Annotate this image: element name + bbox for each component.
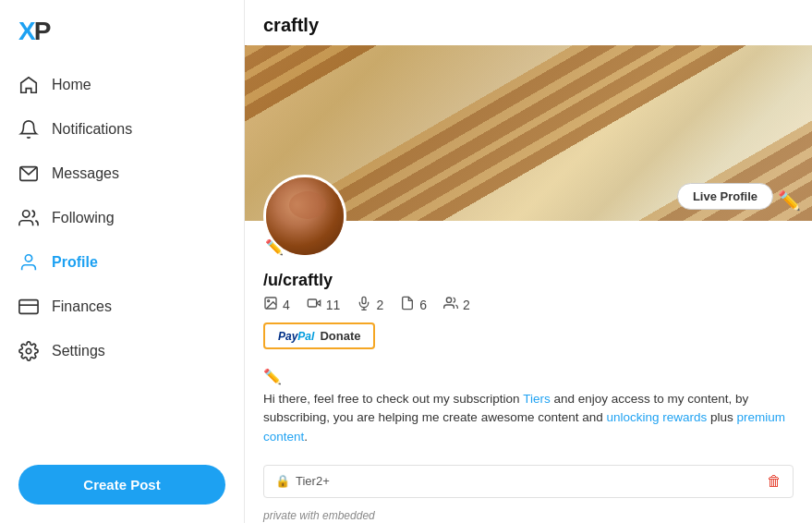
stat-videos: 11 bbox=[307, 296, 341, 313]
avatar-section: ✏️ bbox=[245, 175, 812, 258]
tier-name: Tier2+ bbox=[296, 474, 330, 488]
username-line: /u/craftly bbox=[263, 271, 794, 290]
sidebar-item-label-notifications: Notifications bbox=[52, 121, 132, 138]
sidebar-item-label-home: Home bbox=[52, 77, 91, 93]
stat-audio-value: 2 bbox=[376, 298, 383, 312]
paypal-logo: PayPal bbox=[278, 330, 314, 343]
people-icon bbox=[18, 208, 39, 228]
avatar-wrapper: ✏️ bbox=[263, 175, 346, 258]
sidebar: XP Home Notifications bbox=[0, 0, 245, 523]
tier-sub-label: private with embedded bbox=[263, 509, 375, 522]
profile-info: /u/craftly 4 11 bbox=[245, 258, 812, 368]
mail-icon bbox=[18, 164, 39, 184]
svg-point-7 bbox=[268, 300, 270, 302]
users-icon bbox=[443, 296, 458, 313]
sidebar-item-label-messages: Messages bbox=[52, 165, 119, 182]
svg-rect-10 bbox=[362, 297, 366, 303]
stat-files: 6 bbox=[400, 296, 427, 313]
sidebar-item-label-profile: Profile bbox=[52, 254, 98, 271]
stat-images: 4 bbox=[263, 296, 290, 313]
paypal-text2: Pal bbox=[297, 330, 314, 343]
tier-sub-text: private with embedded bbox=[245, 507, 812, 522]
mic-icon bbox=[357, 296, 371, 313]
avatar-edit-button[interactable]: ✏️ bbox=[265, 238, 284, 256]
sidebar-nav: Home Notifications Messages bbox=[0, 55, 244, 454]
stat-videos-value: 11 bbox=[326, 298, 341, 312]
svg-point-13 bbox=[446, 298, 451, 302]
sidebar-item-finances[interactable]: Finances bbox=[0, 285, 244, 329]
sidebar-item-label-following: Following bbox=[52, 210, 115, 226]
sidebar-item-notifications[interactable]: Notifications bbox=[0, 107, 244, 152]
sidebar-item-settings[interactable]: Settings bbox=[0, 329, 244, 373]
sidebar-item-messages[interactable]: Messages bbox=[0, 152, 244, 196]
paypal-text1: Pay bbox=[278, 330, 297, 343]
stat-users: 2 bbox=[443, 296, 470, 313]
app-logo: XP bbox=[18, 17, 49, 46]
svg-rect-3 bbox=[19, 300, 38, 314]
bio-text: Hi there, feel free to check out my subs… bbox=[263, 390, 794, 446]
username: craftly bbox=[283, 271, 333, 289]
svg-point-5 bbox=[26, 348, 31, 354]
image-icon bbox=[263, 296, 278, 313]
bio-text-final: . bbox=[304, 430, 308, 444]
create-post-button[interactable]: Create Post bbox=[18, 465, 225, 505]
bio-link-unlocking[interactable]: unlocking rewards bbox=[606, 410, 707, 424]
sidebar-item-following[interactable]: Following bbox=[0, 196, 244, 240]
tier-label: 🔒 Tier2+ bbox=[275, 474, 330, 488]
video-icon bbox=[307, 296, 321, 313]
bio-text-before: Hi there, feel free to check out my subs… bbox=[263, 392, 523, 406]
stat-users-value: 2 bbox=[463, 298, 470, 312]
bio-edit-icon[interactable]: ✏️ bbox=[263, 368, 794, 385]
card-icon bbox=[18, 297, 39, 317]
sidebar-item-profile[interactable]: Profile bbox=[0, 240, 244, 285]
stat-files-value: 6 bbox=[419, 298, 427, 312]
tier-delete-button[interactable]: 🗑 bbox=[767, 473, 782, 490]
file-icon bbox=[400, 296, 415, 313]
bio-link-tiers[interactable]: Tiers bbox=[523, 392, 551, 406]
logo-area: XP bbox=[0, 0, 244, 55]
main-content: craftly ✏️ Live Profile ✏️ /u/craftly bbox=[245, 0, 812, 523]
bio-section: ✏️ Hi there, feel free to check out my s… bbox=[245, 368, 812, 456]
stat-audio: 2 bbox=[357, 296, 383, 313]
sidebar-item-label-finances: Finances bbox=[52, 298, 112, 315]
gear-icon bbox=[18, 341, 39, 361]
stats-row: 4 11 2 bbox=[263, 296, 794, 313]
stat-images-value: 4 bbox=[283, 298, 290, 312]
svg-rect-8 bbox=[308, 299, 316, 307]
svg-point-1 bbox=[23, 211, 30, 217]
username-prefix: /u/ bbox=[263, 271, 283, 289]
donate-button[interactable]: PayPal Donate bbox=[263, 322, 375, 349]
lock-icon: 🔒 bbox=[275, 474, 290, 488]
tier-section: 🔒 Tier2+ 🗑 bbox=[263, 465, 794, 498]
sidebar-item-home[interactable]: Home bbox=[0, 63, 244, 107]
svg-point-2 bbox=[25, 255, 31, 262]
sidebar-item-label-settings: Settings bbox=[52, 343, 105, 359]
person-icon bbox=[18, 252, 39, 273]
page-title: craftly bbox=[245, 0, 812, 45]
bell-icon bbox=[18, 119, 39, 140]
donate-label: Donate bbox=[320, 329, 360, 343]
home-icon bbox=[18, 75, 39, 95]
bio-text-end: plus bbox=[707, 410, 736, 424]
